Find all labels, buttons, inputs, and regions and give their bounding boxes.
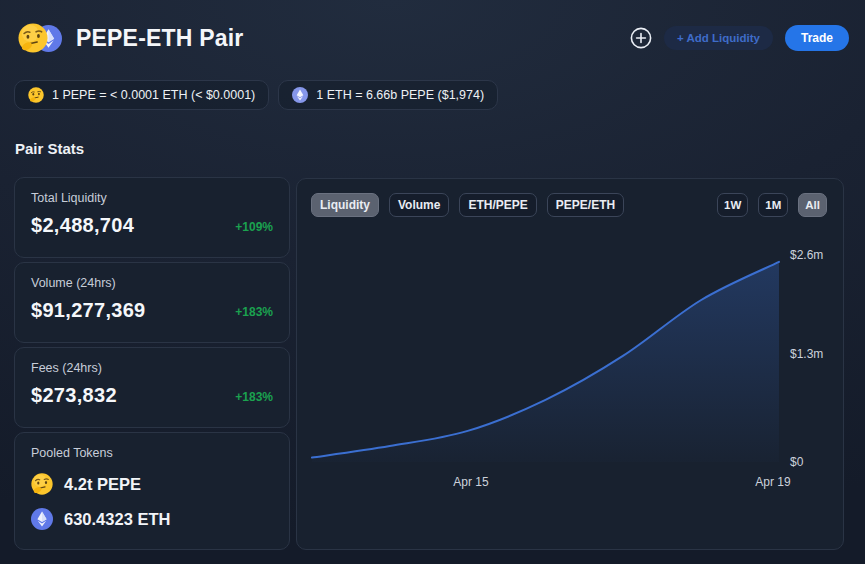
- y-axis-tick: $0: [790, 455, 803, 469]
- x-axis-tick: Apr 15: [453, 475, 488, 489]
- price-badges: 1 PEPE = < 0.0001 ETH (< $0.0001) 1 ETH …: [14, 80, 498, 110]
- stat-change-badge: +109%: [235, 220, 273, 237]
- tab-liquidity[interactable]: Liquidity: [311, 193, 379, 217]
- chart-metric-tabs: Liquidity Volume ETH/PEPE PEPE/ETH: [311, 193, 624, 217]
- stat-value: $273,832: [31, 384, 117, 407]
- section-title: Pair Stats: [15, 140, 84, 157]
- range-all-button[interactable]: All: [798, 193, 827, 217]
- liquidity-area-chart[interactable]: [311, 247, 781, 462]
- header-actions: + Add Liquidity Trade: [630, 25, 849, 51]
- volume-24h-card: Volume (24hrs) $91,277,369 +183%: [14, 262, 290, 343]
- pair-token-icons: [18, 23, 64, 53]
- stat-label: Volume (24hrs): [31, 276, 273, 290]
- page-title: PEPE-ETH Pair: [76, 25, 244, 52]
- tab-eth-pepe[interactable]: ETH/PEPE: [459, 193, 536, 217]
- fees-24h-card: Fees (24hrs) $273,832 +183%: [14, 347, 290, 428]
- eth-price-badge[interactable]: 1 ETH = 6.66b PEPE ($1,974): [278, 80, 498, 110]
- pair-header: PEPE-ETH Pair: [18, 23, 244, 53]
- eth-price-text: 1 ETH = 6.66b PEPE ($1,974): [316, 88, 484, 102]
- tab-volume[interactable]: Volume: [389, 193, 449, 217]
- add-circle-button[interactable]: [630, 27, 652, 49]
- total-liquidity-card: Total Liquidity $2,488,704 +109%: [14, 177, 290, 258]
- range-1w-button[interactable]: 1W: [717, 193, 748, 217]
- stat-value: $91,277,369: [31, 299, 146, 322]
- stat-row: $273,832 +183%: [31, 384, 273, 407]
- liquidity-chart-card: Liquidity Volume ETH/PEPE PEPE/ETH 1W 1M…: [296, 178, 844, 550]
- plus-circle-icon: [630, 27, 652, 49]
- chart-area-fill: [312, 262, 779, 462]
- pooled-pepe-row: 4.2t PEPE: [31, 473, 273, 495]
- stat-value: $2,488,704: [31, 214, 134, 237]
- stat-change-badge: +183%: [235, 305, 273, 322]
- stat-label: Fees (24hrs): [31, 361, 273, 375]
- y-axis-tick: $2.6m: [790, 248, 823, 262]
- range-1m-button[interactable]: 1M: [758, 193, 788, 217]
- stat-row: $2,488,704 +109%: [31, 214, 273, 237]
- pooled-eth-amount: 630.4323 ETH: [64, 510, 170, 529]
- pooled-pepe-amount: 4.2t PEPE: [64, 475, 141, 494]
- stat-row: $91,277,369 +183%: [31, 299, 273, 322]
- chart-range-buttons: 1W 1M All: [717, 193, 827, 217]
- eth-token-icon: [31, 508, 53, 530]
- pepe-eth-pair-page: PEPE-ETH Pair + Add Liquidity Trade: [0, 0, 865, 564]
- pepe-thinking-face-icon: [31, 473, 53, 495]
- pooled-tokens-label: Pooled Tokens: [31, 446, 273, 460]
- pepe-thinking-face-icon: [28, 87, 44, 103]
- pooled-tokens-card: Pooled Tokens 4.2t PEPE 630.4323 ETH: [14, 432, 290, 550]
- x-axis-tick: Apr 19: [755, 475, 790, 489]
- stat-label: Total Liquidity: [31, 191, 273, 205]
- pepe-price-badge[interactable]: 1 PEPE = < 0.0001 ETH (< $0.0001): [14, 80, 269, 110]
- add-liquidity-button[interactable]: + Add Liquidity: [664, 26, 773, 50]
- trade-button[interactable]: Trade: [785, 25, 849, 51]
- tab-pepe-eth[interactable]: PEPE/ETH: [547, 193, 624, 217]
- y-axis-tick: $1.3m: [790, 347, 823, 361]
- pepe-price-text: 1 PEPE = < 0.0001 ETH (< $0.0001): [52, 88, 255, 102]
- eth-token-icon: [292, 87, 308, 103]
- chart-toolbar: Liquidity Volume ETH/PEPE PEPE/ETH 1W 1M…: [311, 193, 827, 217]
- stat-change-badge: +183%: [235, 390, 273, 407]
- header: PEPE-ETH Pair + Add Liquidity Trade: [18, 20, 849, 56]
- pooled-eth-row: 630.4323 ETH: [31, 508, 273, 530]
- pepe-thinking-face-icon: [18, 23, 48, 53]
